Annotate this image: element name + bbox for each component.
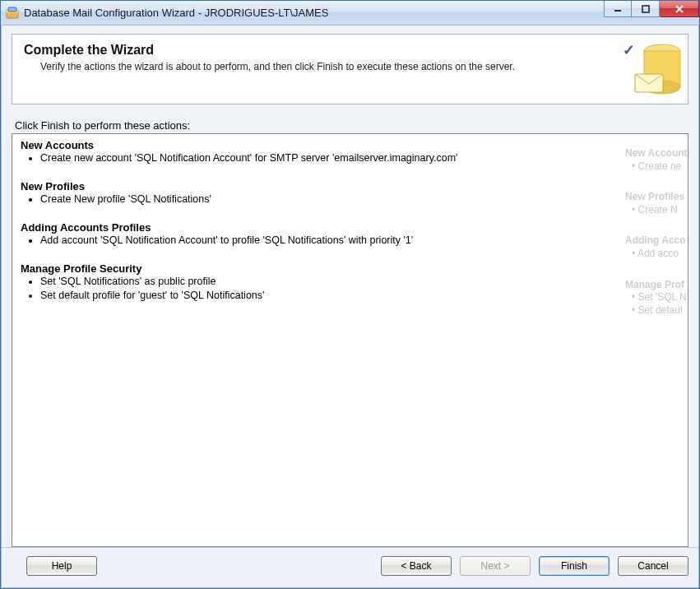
action-item: Create new account 'SQL Notification Acc… [40,151,679,165]
action-list-manage-security: Set 'SQL Notifications' as public profil… [40,275,679,303]
action-item: Set 'SQL Notifications' as public profil… [40,275,679,289]
close-button[interactable] [660,1,699,17]
svg-rect-2 [8,7,16,12]
window-body: Complete the Wizard Verify the actions t… [1,26,699,588]
action-item: Add account 'SQL Notification Account' t… [40,234,679,248]
maximize-button[interactable] [632,1,660,17]
wizard-header: Complete the Wizard Verify the actions t… [12,34,688,104]
svg-rect-4 [642,6,649,12]
database-mail-icon [633,36,684,100]
content-intro: Click Finish to perform these actions: [12,119,688,132]
window-title: Database Mail Configuration Wizard - JRO… [24,7,328,19]
window-controls [604,1,699,25]
cancel-button[interactable]: Cancel [618,556,688,576]
action-list-new-accounts: Create new account 'SQL Notification Acc… [40,151,679,165]
section-heading-new-profiles: New Profiles [21,180,679,192]
back-button[interactable]: < Back [381,556,452,576]
section-heading-new-accounts: New Accounts [21,139,679,151]
page-title: Complete the Wizard [24,43,676,58]
svg-rect-3 [614,10,621,12]
action-item: Create New profile 'SQL Notifications' [40,192,679,206]
action-list-new-profiles: Create New profile 'SQL Notifications' [40,192,679,206]
action-item: Set default profile for 'guest' to 'SQL … [40,289,679,303]
next-button: Next > [460,556,531,576]
wizard-footer: Help < Back Next > Finish Cancel [2,547,698,587]
content-area: Click Finish to perform these actions: N… [12,119,688,547]
ghost-text: Set defaul [638,304,683,316]
page-subtitle: Verify the actions the wizard is about t… [40,61,676,72]
actions-box: New Accounts Create new account 'SQL Not… [12,133,688,547]
help-button[interactable]: Help [26,556,97,576]
ghost-text: Add acco [637,248,679,259]
action-list-adding-accounts: Add account 'SQL Notification Account' t… [40,234,679,248]
section-heading-manage-security: Manage Profile Security [21,262,679,275]
section-heading-adding-accounts: Adding Accounts Profiles [21,221,679,234]
wizard-window: Database Mail Configuration Wizard - JRO… [0,0,700,589]
finish-button[interactable]: Finish [539,556,610,576]
minimize-button[interactable] [604,1,632,17]
app-icon [6,7,19,20]
titlebar[interactable]: Database Mail Configuration Wizard - JRO… [1,1,699,26]
